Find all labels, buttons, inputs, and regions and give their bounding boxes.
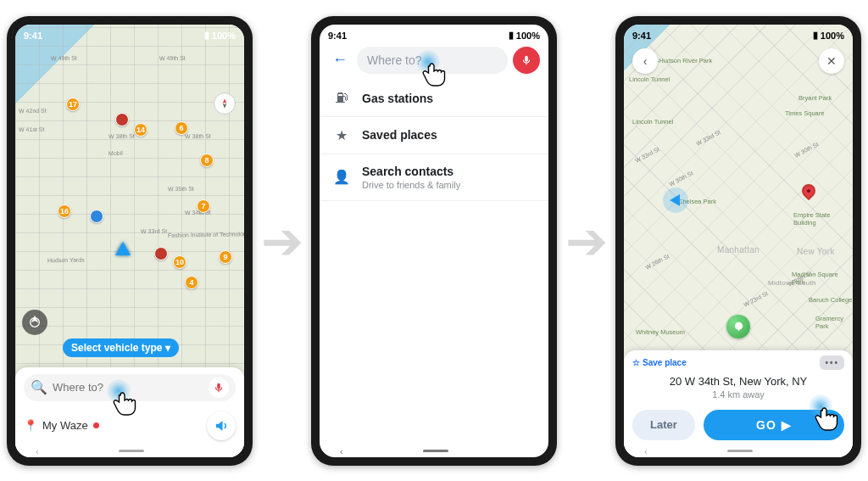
save-place-button[interactable]: ☆ Save place	[632, 358, 687, 367]
phone-2-search: 9:41 ▮100% ← Where to? ⛽︎ Gas stations★ …	[311, 16, 557, 466]
street-label: W 49th St	[159, 54, 186, 61]
waze-avatar-marker[interactable]	[726, 315, 750, 338]
phone-1-home: 9:41 ▮100% W 49th StW 49th StW 42nd StW …	[7, 16, 253, 466]
search-contacts-icon: 👤	[333, 169, 350, 185]
saved-places-icon: ★	[333, 127, 350, 143]
menu-item-search-contacts[interactable]: 👤 Search contactsDrive to friends & fami…	[320, 154, 548, 201]
destination-address: 20 W 34th St, New York, NY	[632, 375, 844, 388]
poi-label: Baruch College	[809, 296, 852, 304]
traffic-pin[interactable]	[115, 113, 129, 126]
traffic-pin[interactable]: 14	[134, 123, 147, 137]
traffic-pin[interactable]: 17	[66, 98, 80, 111]
battery-icon: ▮	[813, 30, 818, 41]
recenter-button[interactable]	[22, 310, 47, 335]
back-button[interactable]: ←	[328, 48, 352, 72]
go-button[interactable]: GO▶	[704, 410, 844, 440]
back-button[interactable]: ‹	[632, 48, 658, 74]
menu-item-title: Gas stations	[362, 92, 433, 105]
street-label: W 35th St	[168, 185, 194, 192]
traffic-pin[interactable]: 4	[185, 276, 198, 289]
star-icon: ☆	[632, 358, 640, 367]
search-icon: 🔍	[31, 379, 47, 395]
status-bar: 9:41 ▮100%	[624, 28, 853, 43]
bottom-panel: 🔍 📍 My Waze ‹	[15, 367, 244, 457]
traffic-pin[interactable]	[90, 210, 103, 223]
later-button[interactable]: Later	[632, 410, 695, 440]
android-nav-bar: ‹	[320, 445, 548, 457]
street-label: Fashion Institute of Technology	[168, 231, 244, 238]
battery-icon: ▮	[204, 30, 209, 41]
destination-distance: 1.4 km away	[632, 389, 844, 400]
chevron-down-icon: ▾	[165, 342, 170, 354]
search-shortcuts-list: ⛽︎ Gas stations★ Saved places👤 Search co…	[320, 81, 548, 201]
current-location-marker	[663, 187, 688, 213]
gas-stations-icon: ⛽︎	[333, 91, 350, 106]
traffic-pin[interactable]: 16	[58, 204, 71, 218]
traffic-pin[interactable]: 9	[219, 250, 232, 264]
poi-label: Bryant Park	[798, 94, 832, 102]
status-bar: 9:41 ▮100%	[320, 28, 548, 43]
battery-icon: ▮	[509, 30, 514, 41]
street-label: W 33rd St	[141, 227, 167, 234]
compass-button[interactable]	[214, 92, 236, 115]
poi-label: Gramercy Park	[815, 315, 853, 330]
android-nav-bar: ‹	[624, 445, 853, 457]
area-label: Midtown South	[768, 279, 816, 287]
street-label: Mobil	[108, 149, 123, 155]
svg-rect-1	[217, 383, 220, 389]
pin-icon: 📍	[24, 419, 37, 432]
menu-item-title: Saved places	[362, 128, 437, 142]
close-button[interactable]: ✕	[819, 48, 844, 74]
menu-item-gas-stations[interactable]: ⛽︎ Gas stations	[320, 81, 548, 117]
poi-label: Whitney Museum	[636, 328, 685, 336]
street-label: W 38th St	[108, 132, 135, 139]
android-nav-bar: ‹	[15, 445, 244, 457]
voice-search-button[interactable]	[513, 47, 540, 74]
play-icon: ▶	[782, 418, 792, 432]
street-label: W 38th St	[185, 132, 211, 139]
destination-panel: ☆ Save place ••• 20 W 34th St, New York,…	[624, 350, 853, 457]
status-bar: 9:41 ▮100%	[15, 28, 244, 43]
status-battery: 100%	[516, 31, 540, 41]
search-input[interactable]	[53, 381, 203, 394]
traffic-pin[interactable]: 6	[175, 121, 188, 135]
notification-dot	[93, 422, 99, 428]
search-placeholder: Where to?	[367, 53, 422, 67]
phone-3-destination: 9:41 ▮100% W 33rd StW 33rd StW 30th StW …	[615, 16, 861, 466]
status-battery: 100%	[212, 31, 236, 41]
current-location-marker	[115, 242, 131, 255]
traffic-pin[interactable]: 7	[197, 199, 210, 213]
street-label: W 49th St	[51, 54, 77, 61]
area-label: New York	[797, 247, 835, 256]
status-time: 9:41	[632, 31, 651, 41]
search-field[interactable]: 🔍	[24, 374, 236, 401]
status-time: 9:41	[328, 31, 347, 41]
area-label: Manhattan	[717, 245, 760, 254]
status-time: 9:41	[24, 31, 42, 41]
menu-item-title: Search contacts	[362, 165, 460, 178]
traffic-pin[interactable]: 8	[200, 154, 214, 167]
voice-search-button[interactable]	[209, 378, 229, 398]
street-label: W 42nd St	[19, 107, 47, 114]
traffic-pin[interactable]: 10	[173, 255, 186, 269]
traffic-pin[interactable]	[154, 247, 168, 260]
poi-label: Lincoln Tunnel	[632, 118, 673, 126]
poi-label: Empire State Building	[793, 211, 853, 227]
flow-arrow: ➔	[261, 211, 303, 271]
sound-button[interactable]	[207, 411, 236, 440]
search-field[interactable]: Where to?	[357, 47, 508, 74]
menu-item-subtitle: Drive to friends & family	[362, 180, 460, 190]
street-label: W 41st St	[19, 126, 44, 132]
menu-item-saved-places[interactable]: ★ Saved places	[320, 117, 548, 154]
vehicle-type-pill[interactable]: Select vehicle type▾	[63, 338, 179, 357]
more-options-button[interactable]: •••	[820, 355, 844, 370]
poi-label: Lincoln Tunnel	[629, 76, 670, 83]
poi-label: Times Square	[785, 109, 824, 117]
status-battery: 100%	[821, 31, 844, 41]
street-label: Hudson Yards	[47, 256, 85, 263]
svg-rect-2	[525, 55, 528, 61]
my-waze-button[interactable]: 📍 My Waze	[24, 419, 99, 432]
flow-arrow: ➔	[565, 211, 608, 271]
